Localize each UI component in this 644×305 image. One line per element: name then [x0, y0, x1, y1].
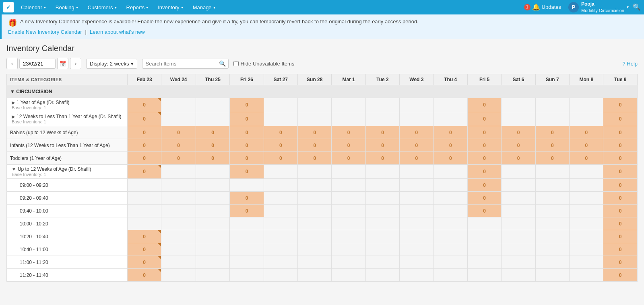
calendar-cell[interactable] [433, 112, 467, 126]
calendar-cell[interactable]: 0 [230, 126, 264, 139]
calendar-cell[interactable] [535, 98, 569, 112]
calendar-cell[interactable] [467, 230, 501, 243]
calendar-cell[interactable]: 0 [298, 139, 332, 152]
calendar-cell[interactable] [161, 205, 196, 217]
calendar-cell[interactable] [502, 269, 535, 282]
nav-item-manage[interactable]: Manage ▾ [189, 3, 219, 12]
calendar-cell[interactable] [570, 179, 603, 192]
calendar-cell[interactable]: 0 [332, 126, 365, 139]
calendar-cell[interactable] [161, 98, 196, 112]
calendar-cell[interactable] [161, 243, 196, 256]
nav-item-reports[interactable]: Reports ▾ [122, 3, 153, 12]
date-input[interactable] [19, 59, 56, 69]
calendar-cell[interactable] [298, 112, 332, 126]
calendar-cell[interactable] [502, 179, 535, 192]
calendar-picker-button[interactable]: 📅 [57, 58, 68, 69]
calendar-cell[interactable]: 0 [467, 98, 501, 112]
calendar-cell[interactable]: 0 [570, 139, 603, 152]
calendar-cell[interactable] [298, 256, 332, 269]
calendar-cell[interactable] [570, 217, 603, 230]
calendar-cell[interactable] [128, 179, 161, 192]
expand-arrow-icon[interactable]: ▶ [12, 114, 15, 119]
calendar-cell[interactable] [535, 179, 569, 192]
calendar-cell[interactable] [365, 192, 399, 205]
calendar-cell[interactable] [467, 256, 501, 269]
calendar-cell[interactable] [502, 243, 535, 256]
calendar-cell[interactable] [230, 256, 264, 269]
calendar-cell[interactable]: 0 [603, 98, 638, 112]
calendar-cell[interactable] [433, 256, 467, 269]
calendar-cell[interactable] [535, 256, 569, 269]
calendar-cell[interactable]: 0 [230, 192, 264, 205]
calendar-cell[interactable] [570, 192, 603, 205]
calendar-cell[interactable] [433, 192, 467, 205]
calendar-cell[interactable] [128, 205, 161, 217]
calendar-cell[interactable]: 0 [332, 139, 365, 152]
calendar-cell[interactable] [161, 269, 196, 282]
calendar-cell[interactable]: 0 [230, 112, 264, 126]
calendar-cell[interactable] [196, 217, 229, 230]
calendar-cell[interactable]: 0 [128, 230, 161, 243]
calendar-cell[interactable]: 0 [603, 256, 638, 269]
calendar-cell[interactable]: 0 [128, 269, 161, 282]
calendar-cell[interactable] [502, 205, 535, 217]
calendar-cell[interactable]: 0 [128, 165, 161, 179]
calendar-cell[interactable] [400, 112, 433, 126]
nav-item-booking[interactable]: Booking ▾ [52, 3, 82, 12]
calendar-cell[interactable] [400, 179, 433, 192]
calendar-cell[interactable]: 0 [196, 126, 229, 139]
calendar-cell[interactable]: 0 [467, 205, 501, 217]
calendar-cell[interactable] [467, 217, 501, 230]
hide-unavailable-label[interactable]: Hide Unavailable Items [233, 61, 295, 67]
calendar-cell[interactable] [365, 269, 399, 282]
calendar-cell[interactable]: 0 [603, 192, 638, 205]
calendar-cell[interactable] [365, 205, 399, 217]
calendar-cell[interactable]: 0 [502, 139, 535, 152]
calendar-cell[interactable] [467, 243, 501, 256]
calendar-cell[interactable] [570, 243, 603, 256]
calendar-cell[interactable] [264, 269, 297, 282]
calendar-cell[interactable] [433, 217, 467, 230]
calendar-cell[interactable]: 0 [365, 152, 399, 165]
calendar-cell[interactable] [365, 112, 399, 126]
calendar-cell[interactable] [196, 256, 229, 269]
calendar-cell[interactable] [570, 112, 603, 126]
calendar-cell[interactable]: 0 [161, 152, 196, 165]
calendar-cell[interactable] [400, 165, 433, 179]
calendar-cell[interactable] [400, 269, 433, 282]
calendar-cell[interactable]: 0 [298, 152, 332, 165]
calendar-cell[interactable] [535, 230, 569, 243]
calendar-cell[interactable] [161, 112, 196, 126]
calendar-cell[interactable]: 0 [433, 152, 467, 165]
calendar-cell[interactable]: 0 [603, 205, 638, 217]
calendar-cell[interactable] [161, 179, 196, 192]
calendar-cell[interactable]: 0 [365, 126, 399, 139]
calendar-cell[interactable]: 0 [467, 192, 501, 205]
calendar-cell[interactable] [433, 98, 467, 112]
calendar-cell[interactable] [332, 192, 365, 205]
calendar-cell[interactable] [196, 205, 229, 217]
nav-item-inventory[interactable]: Inventory ▾ [154, 3, 187, 12]
prev-date-button[interactable]: ‹ [6, 58, 18, 69]
calendar-cell[interactable]: 0 [128, 152, 161, 165]
calendar-cell[interactable] [332, 98, 365, 112]
calendar-cell[interactable] [502, 98, 535, 112]
calendar-cell[interactable] [570, 230, 603, 243]
help-button[interactable]: ? Help [622, 61, 638, 67]
calendar-cell[interactable]: 0 [196, 139, 229, 152]
calendar-cell[interactable] [332, 243, 365, 256]
calendar-cell[interactable]: 0 [264, 139, 297, 152]
calendar-cell[interactable] [365, 217, 399, 230]
calendar-cell[interactable]: 0 [128, 256, 161, 269]
calendar-cell[interactable] [298, 179, 332, 192]
calendar-cell[interactable]: 0 [128, 98, 161, 112]
calendar-cell[interactable] [161, 192, 196, 205]
hide-unavailable-checkbox[interactable] [233, 61, 239, 66]
calendar-cell[interactable] [400, 217, 433, 230]
calendar-cell[interactable]: 0 [603, 217, 638, 230]
calendar-cell[interactable]: 0 [467, 126, 501, 139]
calendar-cell[interactable]: 0 [128, 112, 161, 126]
calendar-cell[interactable] [365, 230, 399, 243]
calendar-cell[interactable]: 0 [332, 152, 365, 165]
calendar-cell[interactable] [128, 217, 161, 230]
